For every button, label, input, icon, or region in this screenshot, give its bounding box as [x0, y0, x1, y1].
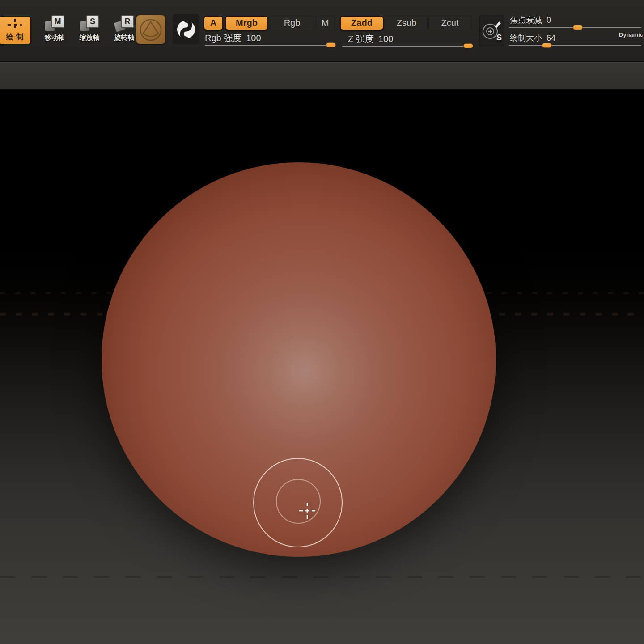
focal-shift-slider-handle[interactable]: [573, 25, 583, 30]
current-brush-button[interactable]: [136, 15, 165, 44]
a-button[interactable]: A: [203, 16, 223, 30]
mrgb-button[interactable]: Mrgb: [225, 16, 268, 30]
shelf-tray-strip: [0, 62, 644, 89]
brush-thumbnail-icon: [136, 15, 165, 44]
dots-stroke-icon: [175, 18, 197, 41]
rgb-intensity-label: Rgb 强度100: [205, 32, 261, 44]
z-intensity-slider-handle[interactable]: [463, 43, 473, 48]
scale-gyro-icon: S: [78, 15, 101, 33]
document-canvas[interactable]: [0, 90, 644, 644]
svg-text:S: S: [496, 33, 502, 42]
sculptris-pro-button[interactable]: S: [479, 15, 504, 46]
scale-tool-label: 缩放轴: [80, 34, 100, 42]
draw-tool-label: 绘制: [6, 32, 26, 42]
m-button[interactable]: M: [316, 16, 335, 30]
z-intensity-value: 100: [378, 34, 393, 44]
stroke-type-button[interactable]: [173, 14, 199, 44]
z-intensity-label: Z 强度100: [348, 33, 393, 45]
rgb-button[interactable]: Rgb: [270, 16, 314, 30]
zadd-button[interactable]: Zadd: [340, 16, 384, 30]
background-dash-line: [0, 576, 644, 578]
rotate-tool-label: 旋转轴: [114, 34, 135, 42]
draw-crosshair-icon: [6, 19, 24, 31]
top-shelf-toolbar: 绘制 M 移动轴 S 缩放轴 R 旋转轴: [0, 0, 644, 62]
z-intensity-slider[interactable]: [342, 46, 473, 47]
move-tool-label: 移动轴: [45, 34, 65, 42]
rotate-gyro-icon: R: [113, 15, 136, 33]
rgb-intensity-slider[interactable]: [205, 45, 335, 46]
zsub-button[interactable]: Zsub: [386, 16, 428, 30]
sculptris-pro-icon: S: [481, 18, 503, 43]
move-tool-button[interactable]: M 移动轴: [37, 15, 72, 45]
zbrush-window: 绘制 M 移动轴 S 缩放轴 R 旋转轴: [0, 0, 644, 644]
move-gyro-icon: M: [43, 15, 66, 33]
draw-size-value: 64: [547, 34, 555, 42]
sculpt-sphere-model[interactable]: [102, 162, 496, 557]
dynamic-mode-label[interactable]: Dynamic: [619, 31, 643, 38]
rgb-intensity-slider-handle[interactable]: [326, 42, 336, 47]
draw-size-label: 绘制大小64: [510, 33, 555, 43]
focal-shift-value: 0: [547, 16, 551, 25]
scale-tool-button[interactable]: S 缩放轴: [72, 15, 107, 45]
draw-size-slider[interactable]: [509, 45, 641, 46]
rgb-intensity-value: 100: [246, 33, 261, 43]
zcut-button[interactable]: Zcut: [428, 16, 471, 30]
focal-shift-label: 焦点衰减0: [510, 15, 551, 25]
draw-tool-button[interactable]: 绘制: [0, 16, 31, 45]
draw-size-slider-handle[interactable]: [542, 43, 552, 48]
